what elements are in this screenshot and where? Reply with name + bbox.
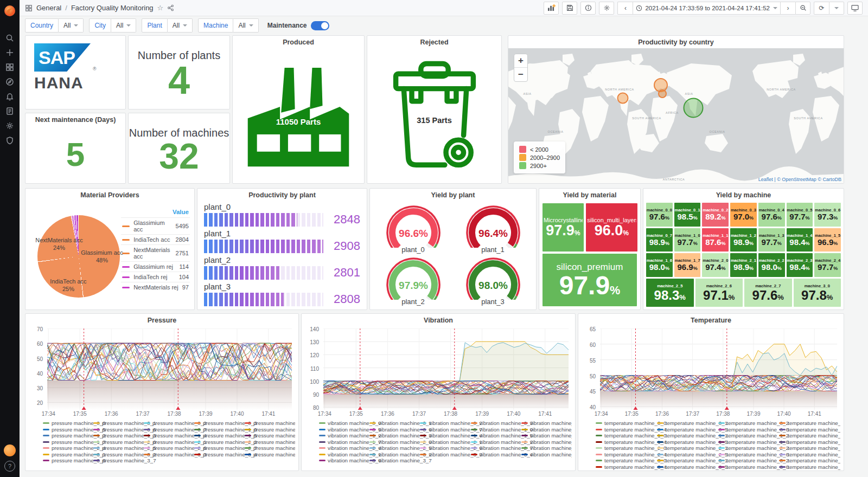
legend-item-machine_3_6[interactable]: vibration machine_3_6 [319, 457, 369, 464]
treemap-cell-microcrystalline[interactable]: Microcrystalline 97.9% [542, 203, 584, 252]
legend-row[interactable]: NextMaterials rej97 [121, 282, 190, 292]
legend-item-machine_0_1[interactable]: vibration machine_0_1 [369, 420, 420, 427]
legend-item-machine_0_7[interactable]: vibration machine_0_7 [420, 427, 470, 433]
documentation-icon[interactable] [0, 104, 20, 118]
legend-item-machine_1_6[interactable]: vibration machine_1_6 [521, 433, 572, 439]
create-plus-icon[interactable] [0, 45, 20, 60]
machine-cell-machine_1_3[interactable]: machine_1_397.7% [758, 228, 785, 252]
machine-cell-machine_2_0[interactable]: machine_2_097.4% [702, 253, 729, 277]
machine-cell-machine_2_3[interactable]: machine_2_398.4% [787, 253, 813, 277]
user-avatar[interactable] [4, 444, 16, 456]
variable-value-dropdown[interactable]: All [168, 18, 193, 33]
machine-cell-machine_0_4[interactable]: machine_0_497.6% [758, 203, 785, 227]
legend-item-machine_2_4[interactable]: pressure machine_2_4 [43, 445, 93, 452]
legend-item-machine_1_2[interactable]: temperature machine_1_2 [718, 433, 780, 439]
tv-mode-icon[interactable] [847, 2, 863, 15]
legend-item-machine_1_4[interactable]: pressure machine_1_4 [144, 433, 194, 439]
legend-item-machine_1_0[interactable]: pressure machine_1_0 [194, 427, 245, 433]
legend-item-machine_0_4[interactable]: vibration machine_0_4 [521, 420, 572, 427]
machine-cell-machine_0_7[interactable]: machine_0_798.9% [646, 228, 673, 252]
legend-item-machine_1_4[interactable]: temperature machine_1_4 [596, 439, 657, 446]
machine-cell-machine_2_2[interactable]: machine_2_298.0% [758, 253, 785, 277]
legend-item-machine_2_6[interactable]: pressure machine_2_6 [144, 445, 194, 452]
legend-item-machine_3_1[interactable]: vibration machine_3_1 [319, 452, 369, 458]
breadcrumb-folder[interactable]: General [36, 4, 61, 12]
legend-item-machine_0_2[interactable]: temperature machine_0_2 [718, 420, 780, 427]
map-marker-uk[interactable] [654, 79, 667, 92]
machine-cell-machine_0_2[interactable]: machine_0_289.2% [702, 203, 729, 227]
machine-cell-machine_0_0[interactable]: machine_0_097.6% [646, 203, 673, 227]
panel-title[interactable]: Rejected [367, 36, 501, 48]
machine-cell-machine_1_2[interactable]: machine_1_298.9% [730, 228, 757, 252]
legend-item-machine_0_5[interactable]: pressure machine_0_5 [43, 427, 93, 433]
legend-item-machine_2_0[interactable]: pressure machine_2_0 [93, 439, 144, 446]
legend-item-machine_1_0[interactable]: temperature machine_1_0 [596, 433, 657, 439]
machine-cell-machine_2_4[interactable]: machine_2_497.7% [814, 253, 841, 277]
legend-item-machine_0_6[interactable]: temperature machine_0_6 [718, 427, 780, 433]
legend-row[interactable]: Glassimium acc5495 [121, 217, 190, 234]
legend-item-machine_0_5[interactable]: temperature machine_0_5 [657, 427, 718, 433]
admin-shield-icon[interactable] [0, 133, 20, 147]
legend-item-machine_1_2[interactable]: vibration machine_1_2 [319, 433, 369, 439]
legend-item-machine_2_7[interactable]: temperature machine_2_7 [779, 452, 840, 458]
map-zoom-out-button[interactable]: − [514, 68, 527, 81]
legend-item-machine_0_0[interactable]: temperature machine_0_0 [596, 420, 657, 427]
legend-item-machine_0_3[interactable]: vibration machine_0_3 [471, 420, 521, 427]
search-icon[interactable] [0, 30, 20, 45]
add-panel-icon[interactable] [544, 2, 559, 15]
legend-item-machine_0_2[interactable]: pressure machine_0_2 [144, 420, 194, 427]
legend-item-machine_3_0[interactable]: temperature machine_3_0 [596, 457, 657, 464]
legend-item-machine_1_7[interactable]: pressure machine_1_7 [43, 439, 93, 446]
machine-cell-machine_2_7[interactable]: machine_2_797.6% [744, 279, 792, 307]
machine-cell-machine_0_6[interactable]: machine_0_697.3% [814, 203, 841, 227]
map-marker-france[interactable] [659, 90, 666, 98]
legend-item-machine_2_3[interactable]: vibration machine_2_3 [521, 439, 572, 446]
machine-cell-machine_2_1[interactable]: machine_2_198.9% [730, 253, 757, 277]
legend-item-machine_3_7[interactable]: temperature machine_3_7 [779, 464, 840, 470]
panel-title[interactable]: Produced [233, 36, 364, 48]
legend-item-machine_2_0[interactable]: vibration machine_2_0 [369, 439, 420, 446]
legend-item-machine_0_7[interactable]: pressure machine_0_7 [144, 427, 194, 433]
machine-cell-machine_0_5[interactable]: machine_0_597.7% [787, 203, 813, 227]
legend-item-machine_1_3[interactable]: temperature machine_1_3 [779, 433, 840, 439]
vibration-plot-area[interactable] [323, 328, 569, 410]
legend-item-machine_1_4[interactable]: vibration machine_1_4 [420, 433, 470, 439]
legend-item-machine_1_0[interactable]: vibration machine_1_0 [471, 427, 521, 433]
legend-item-machine_2_3[interactable]: pressure machine_2_3 [245, 439, 295, 446]
temperature-plot-area[interactable] [600, 328, 837, 410]
variable-value-dropdown[interactable]: All [111, 18, 136, 33]
legend-item-machine_2_6[interactable]: vibration machine_2_6 [420, 445, 470, 452]
legend-item-machine_1_3[interactable]: pressure machine_1_3 [93, 433, 144, 439]
legend-item-machine_3_0[interactable]: pressure machine_3_0 [245, 445, 295, 452]
legend-item-machine_2_2[interactable]: pressure machine_2_2 [194, 439, 245, 446]
dashboard-settings-icon[interactable] [599, 2, 614, 15]
legend-item-machine_3_7[interactable]: pressure machine_3_7 [93, 457, 144, 464]
legend-item-machine_0_5[interactable]: vibration machine_0_5 [319, 427, 369, 433]
legend-item-machine_2_5[interactable]: vibration machine_2_5 [369, 445, 420, 452]
legend-item-machine_0_4[interactable]: pressure machine_0_4 [245, 420, 295, 427]
map-zoom-in-button[interactable]: + [514, 54, 527, 68]
legend-item-machine_3_4[interactable]: temperature machine_3_4 [596, 464, 657, 470]
panel-title[interactable]: Productivity by country [508, 36, 844, 48]
legend-row[interactable]: IndiaTech rej104 [121, 272, 190, 282]
machine-cell-machine_1_1[interactable]: machine_1_187.6% [702, 228, 729, 252]
legend-item-machine_0_3[interactable]: temperature machine_0_3 [779, 420, 840, 427]
legend-item-machine_2_1[interactable]: temperature machine_2_1 [657, 445, 718, 452]
alerting-bell-icon[interactable] [0, 89, 20, 104]
legend-row[interactable]: Glassimium rej114 [121, 261, 190, 272]
legend-item-machine_1_1[interactable]: pressure machine_1_1 [245, 427, 295, 433]
legend-item-machine_1_7[interactable]: vibration machine_1_7 [319, 439, 369, 446]
legend-item-machine_3_4[interactable]: vibration machine_3_4 [471, 452, 521, 458]
treemap-cell-silicon-multi-layers[interactable]: silicon_multi_layers 96.0% [586, 203, 637, 252]
legend-item-machine_3_3[interactable]: pressure machine_3_3 [144, 452, 194, 458]
variable-value-dropdown[interactable]: All [233, 18, 258, 33]
legend-item-machine_2_2[interactable]: temperature machine_2_2 [718, 445, 780, 452]
legend-item-machine_2_5[interactable]: pressure machine_2_5 [93, 445, 144, 452]
legend-item-machine_1_5[interactable]: pressure machine_1_5 [194, 433, 245, 439]
map-marker-usa[interactable] [618, 93, 628, 104]
legend-item-machine_3_7[interactable]: vibration machine_3_7 [369, 457, 420, 464]
legend-row[interactable]: IndiaTech acc2804 [121, 234, 190, 244]
legend-item-machine_3_6[interactable]: temperature machine_3_6 [718, 464, 780, 470]
legend-item-machine_0_0[interactable]: pressure machine_0_0 [43, 420, 93, 427]
legend-item-machine_2_3[interactable]: temperature machine_2_3 [779, 445, 840, 452]
